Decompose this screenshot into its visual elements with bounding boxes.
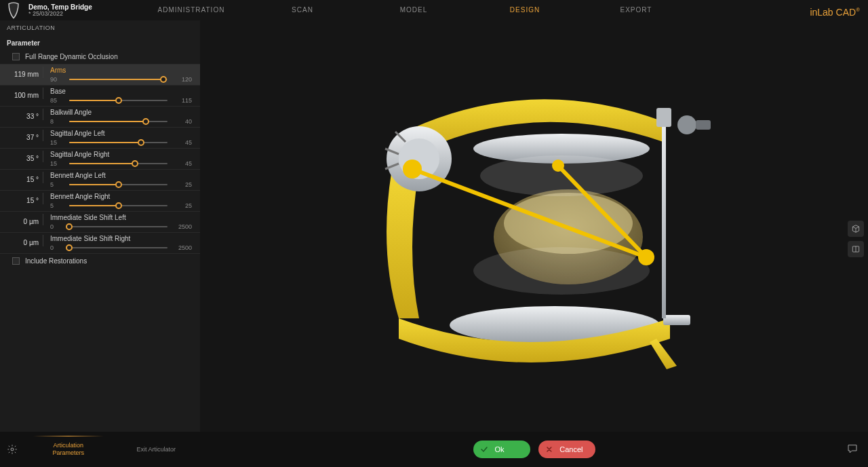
svg-point-21 bbox=[638, 249, 654, 265]
viewport-3d[interactable] bbox=[200, 20, 868, 432]
param-label: Bennett Angle Left bbox=[50, 172, 192, 179]
full-range-occlusion-toggle[interactable]: Full Range Dynamic Occlusion bbox=[0, 50, 200, 64]
slider-min: 15 bbox=[50, 139, 65, 146]
nav-model[interactable]: MODEL bbox=[358, 0, 469, 20]
param-arms[interactable]: 119 mmArms90120 bbox=[0, 64, 200, 85]
svg-point-19 bbox=[403, 160, 422, 179]
slider[interactable] bbox=[69, 223, 167, 230]
app-logo-icon bbox=[4, 1, 23, 20]
slider[interactable] bbox=[69, 181, 167, 188]
slider-max: 2500 bbox=[172, 223, 192, 230]
case-date: * 25/03/2022 bbox=[28, 11, 92, 18]
svg-rect-11 bbox=[662, 115, 666, 318]
button-label: Cancel bbox=[559, 445, 583, 453]
param-sagittal-angle-right[interactable]: 35 °Sagittal Angle Right1545 bbox=[0, 148, 200, 169]
tab-articulation-parameters[interactable]: ArticulationParameters bbox=[24, 432, 113, 467]
slider-max: 115 bbox=[172, 97, 192, 104]
nav-scan[interactable]: SCAN bbox=[247, 0, 358, 20]
feedback-button[interactable] bbox=[846, 443, 859, 457]
case-name: Demo, Temp Bridge bbox=[28, 3, 92, 11]
slider-min: 5 bbox=[50, 181, 65, 188]
slider[interactable] bbox=[69, 202, 167, 209]
checkbox-label: Full Range Dynamic Occlusion bbox=[25, 53, 118, 60]
slider-max: 2500 bbox=[172, 244, 192, 251]
slider-thumb-icon[interactable] bbox=[160, 76, 167, 83]
slider[interactable] bbox=[69, 76, 167, 83]
slider-thumb-icon[interactable] bbox=[115, 181, 122, 188]
cancel-button[interactable]: Cancel bbox=[538, 441, 595, 458]
param-bennett-angle-right[interactable]: 15 °Bennett Angle Right525 bbox=[0, 190, 200, 211]
view-panel-button[interactable] bbox=[848, 241, 864, 257]
param-value: 35 ° bbox=[5, 151, 43, 162]
slider-min: 8 bbox=[50, 118, 65, 125]
slider-min: 90 bbox=[50, 76, 65, 83]
sidebar: ARTICULATION Parameter Full Range Dynami… bbox=[0, 20, 200, 432]
close-icon bbox=[545, 445, 553, 453]
checkbox-icon bbox=[12, 53, 20, 60]
nav-administration[interactable]: ADMINISTRATION bbox=[136, 0, 247, 20]
ok-button[interactable]: Ok bbox=[473, 441, 530, 458]
param-base[interactable]: 100 mmBase85115 bbox=[0, 85, 200, 106]
sidebar-title: ARTICULATION bbox=[0, 20, 200, 35]
sidebar-bottom-tabs: ArticulationParameters Exit Articulator bbox=[0, 432, 200, 467]
panel-icon bbox=[851, 244, 861, 254]
slider-min: 0 bbox=[50, 223, 65, 230]
workflow-nav: ADMINISTRATIONSCANMODELDESIGNEXPORT bbox=[136, 0, 692, 20]
slider-max: 40 bbox=[172, 118, 192, 125]
svg-rect-2 bbox=[663, 315, 690, 325]
param-label: Sagittal Angle Left bbox=[50, 130, 192, 137]
slider-thumb-icon[interactable] bbox=[132, 160, 138, 167]
nav-export[interactable]: EXPORT bbox=[580, 0, 692, 20]
param-value: 15 ° bbox=[5, 193, 43, 204]
slider-max: 25 bbox=[172, 181, 192, 188]
param-label: Immediate Side Shift Left bbox=[50, 214, 192, 221]
slider-min: 5 bbox=[50, 202, 65, 209]
param-sagittal-angle-left[interactable]: 37 °Sagittal Angle Left1545 bbox=[0, 127, 200, 148]
svg-rect-12 bbox=[656, 108, 671, 127]
slider[interactable] bbox=[69, 97, 167, 104]
param-immediate-side-shift-left[interactable]: 0 µmImmediate Side Shift Left02500 bbox=[0, 211, 200, 232]
slider-thumb-icon[interactable] bbox=[66, 223, 73, 230]
param-label: Balkwill Angle bbox=[50, 109, 192, 116]
cube-icon bbox=[851, 224, 861, 234]
settings-button[interactable] bbox=[0, 432, 24, 467]
slider[interactable] bbox=[69, 160, 167, 167]
slider[interactable] bbox=[69, 139, 167, 146]
slider-thumb-icon[interactable] bbox=[115, 202, 122, 209]
param-bennett-angle-left[interactable]: 15 °Bennett Angle Left525 bbox=[0, 169, 200, 190]
checkbox-icon bbox=[12, 257, 20, 265]
svg-point-9 bbox=[677, 115, 696, 134]
slider-thumb-icon[interactable] bbox=[138, 139, 144, 146]
view-cube-button[interactable] bbox=[848, 221, 864, 237]
param-value: 37 ° bbox=[5, 130, 43, 141]
param-label: Bennett Angle Right bbox=[50, 193, 192, 200]
slider-thumb-icon[interactable] bbox=[142, 118, 149, 125]
param-balkwill-angle[interactable]: 33 °Balkwill Angle840 bbox=[0, 106, 200, 127]
top-bar: Demo, Temp Bridge * 25/03/2022 ADMINISTR… bbox=[0, 0, 868, 20]
param-value: 33 ° bbox=[5, 109, 43, 120]
slider-max: 45 bbox=[172, 139, 192, 146]
param-value: 100 mm bbox=[5, 88, 43, 99]
svg-point-20 bbox=[552, 160, 564, 172]
tab-label: Exit Articulator bbox=[136, 446, 176, 453]
nav-design[interactable]: DESIGN bbox=[469, 0, 580, 20]
checkbox-label: Include Restorations bbox=[25, 257, 87, 265]
action-bar: Ok Cancel bbox=[200, 432, 868, 467]
include-restorations-toggle[interactable]: Include Restorations bbox=[0, 253, 200, 268]
param-value: 119 mm bbox=[5, 67, 43, 78]
slider-thumb-icon[interactable] bbox=[115, 97, 122, 104]
articulator-render bbox=[358, 47, 711, 373]
check-icon bbox=[480, 445, 488, 453]
svg-rect-10 bbox=[696, 120, 711, 130]
button-label: Ok bbox=[495, 445, 505, 453]
slider[interactable] bbox=[69, 244, 167, 251]
chat-icon bbox=[846, 443, 859, 455]
case-info: Demo, Temp Bridge * 25/03/2022 bbox=[28, 3, 92, 18]
tab-exit-articulator[interactable]: Exit Articulator bbox=[113, 432, 201, 467]
slider-thumb-icon[interactable] bbox=[66, 244, 73, 251]
slider-min: 15 bbox=[50, 160, 65, 167]
param-immediate-side-shift-right[interactable]: 0 µmImmediate Side Shift Right02500 bbox=[0, 232, 200, 253]
slider[interactable] bbox=[69, 118, 167, 125]
param-label: Immediate Side Shift Right bbox=[50, 235, 192, 242]
param-value: 0 µm bbox=[5, 235, 43, 246]
